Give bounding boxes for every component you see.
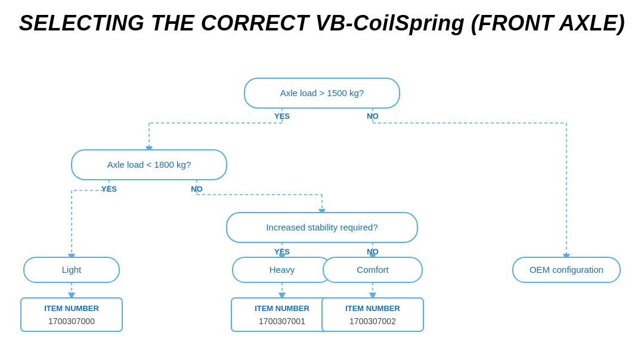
page-title: SELECTING THE CORRECT VB-CoilSpring (FRO… [19, 11, 626, 36]
stability-branch-label: Increased stability required? [266, 222, 378, 232]
item0-box [21, 298, 122, 331]
item0-prefix: ITEM NUMBER [44, 304, 99, 313]
item2-number: 1700307002 [349, 316, 396, 326]
item1-prefix: ITEM NUMBER [255, 304, 309, 313]
root-node-label: Axle load > 1500 kg? [280, 88, 364, 98]
light-label: Light [62, 264, 82, 275]
diagram: Axle load > 1500 kg? YES NO Axle load < … [12, 50, 632, 357]
oem-label: OEM configuration [530, 264, 603, 275]
left-branch-label: Axle load < 1800 kg? [107, 159, 191, 170]
item0-number: 1700307000 [48, 316, 95, 326]
heavy-label: Heavy [270, 264, 295, 275]
item1-number: 1700307001 [259, 316, 305, 326]
item2-box [322, 298, 423, 331]
page: SELECTING THE CORRECT VB-CoilSpring (FRO… [0, 0, 644, 363]
item1-box [231, 298, 333, 331]
item2-prefix: ITEM NUMBER [345, 304, 400, 313]
comfort-label: Comfort [357, 264, 389, 275]
